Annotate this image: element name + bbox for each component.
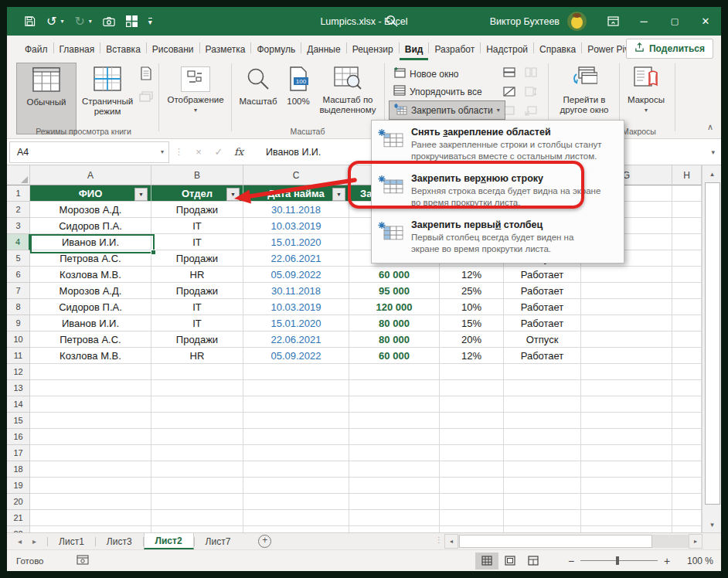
row-header-12[interactable]: 12 xyxy=(7,364,30,380)
cell-D6[interactable]: 60 000 xyxy=(349,267,440,283)
cell-B7[interactable]: Продажи xyxy=(151,283,243,299)
cell-G14[interactable] xyxy=(581,396,672,413)
row-header-10[interactable]: 10 xyxy=(7,332,30,348)
cell-F7[interactable]: Работает xyxy=(504,283,581,299)
normal-view-status-button[interactable] xyxy=(475,552,498,570)
collapse-ribbon-icon[interactable]: ∧ xyxy=(707,122,713,132)
cell-B8[interactable]: IT xyxy=(151,299,243,315)
cell-A16[interactable] xyxy=(30,429,151,445)
cell-B20[interactable] xyxy=(151,494,243,510)
cell-E16[interactable] xyxy=(440,429,504,445)
cell-H22[interactable] xyxy=(672,526,702,532)
cell-B16[interactable] xyxy=(151,429,243,445)
cell-H18[interactable] xyxy=(672,461,702,478)
cell-B6[interactable]: HR xyxy=(151,267,243,283)
column-header-H[interactable]: H xyxy=(672,165,702,185)
ribbon-tab-6[interactable]: Формуль xyxy=(251,38,301,60)
row-header-11[interactable]: 11 xyxy=(7,348,30,364)
cell-F15[interactable] xyxy=(504,413,581,429)
undo-dropdown-icon[interactable]: ▾ xyxy=(60,18,63,25)
cell-E18[interactable] xyxy=(440,461,504,478)
cell-C22[interactable] xyxy=(243,526,349,532)
page-layout-icon[interactable] xyxy=(138,66,154,80)
ribbon-tab-12[interactable]: Справка xyxy=(534,38,581,60)
zoom-level[interactable]: 100 % xyxy=(679,556,713,566)
cell-C15[interactable] xyxy=(243,413,349,429)
sheet-tab-Лист2[interactable]: Лист2 xyxy=(144,533,194,549)
cell-H10[interactable] xyxy=(672,332,702,348)
cell-G9[interactable] xyxy=(581,315,672,332)
cell-E21[interactable] xyxy=(440,510,504,526)
formula-bar-value[interactable]: Иванов И.И. xyxy=(266,147,321,158)
cell-B19[interactable] xyxy=(151,478,243,494)
row-header-4[interactable]: 4 xyxy=(7,234,30,250)
scroll-up-icon[interactable]: ▴ xyxy=(702,165,722,182)
cell-B11[interactable]: HR xyxy=(151,348,243,364)
cell-A22[interactable] xyxy=(30,526,151,532)
cell-F16[interactable] xyxy=(504,429,581,445)
cell-H13[interactable] xyxy=(672,380,702,396)
cell-A10[interactable]: Петрова А.С. xyxy=(30,332,151,348)
cell-F11[interactable]: Работает xyxy=(504,348,581,364)
row-header-6[interactable]: 6 xyxy=(7,267,30,283)
cell-F21[interactable] xyxy=(504,510,581,526)
page-layout-status-button[interactable] xyxy=(498,552,522,570)
customize-qat-icon[interactable]: ▾ xyxy=(148,18,152,26)
cell-C21[interactable] xyxy=(243,510,349,526)
new-sheet-button[interactable]: + xyxy=(258,535,271,548)
cell-A8[interactable]: Сидоров П.А. xyxy=(30,299,151,315)
menu-item-1[interactable]: Снять закрепление областейРанее закрепле… xyxy=(372,122,624,168)
cell-G6[interactable] xyxy=(581,267,672,283)
zoom-button[interactable]: Масштаб xyxy=(236,63,281,133)
cell-A18[interactable] xyxy=(30,461,151,478)
zoom-to-selection-button[interactable]: Масштаб по выделенному xyxy=(316,63,379,133)
cell-A14[interactable] xyxy=(30,396,151,413)
row-header-17[interactable]: 17 xyxy=(7,445,30,461)
cell-C6[interactable]: 05.09.2022 xyxy=(243,267,349,283)
row-header-1[interactable]: 1 xyxy=(7,185,30,202)
sheet-nav-left-icon[interactable]: ◂ xyxy=(18,537,22,546)
ribbon-tab-2[interactable]: Главная xyxy=(54,38,100,60)
cell-B10[interactable]: Продажи xyxy=(151,332,243,348)
cell-A5[interactable]: Петрова А.С. xyxy=(30,250,151,267)
row-header-22[interactable]: 22 xyxy=(7,526,30,532)
cell-A9[interactable]: Иванов И.И. xyxy=(30,315,151,332)
cell-A6[interactable]: Козлова М.В. xyxy=(30,267,151,283)
cell-E15[interactable] xyxy=(440,413,504,429)
cell-B22[interactable] xyxy=(151,526,243,532)
cell-H17[interactable] xyxy=(672,445,702,461)
accessibility-icon[interactable] xyxy=(77,555,89,566)
cell-H4[interactable] xyxy=(672,234,702,250)
page-break-view-button[interactable]: Страничный режим xyxy=(77,63,138,133)
vertical-scrollbar[interactable]: ▴ ▾ xyxy=(702,165,721,532)
scroll-left-icon[interactable]: ◂ xyxy=(444,534,458,549)
row-header-18[interactable]: 18 xyxy=(7,461,30,478)
ribbon-tab-4[interactable]: Рисовани xyxy=(147,38,199,60)
search-icon[interactable] xyxy=(386,15,398,30)
cell-A1[interactable]: ФИО▼ xyxy=(30,185,151,202)
cell-B14[interactable] xyxy=(151,396,243,413)
cell-F14[interactable] xyxy=(504,396,581,413)
ribbon-tab-10[interactable]: Разработ xyxy=(429,38,480,60)
cell-C17[interactable] xyxy=(243,445,349,461)
page-break-status-button[interactable] xyxy=(522,552,545,570)
insert-function-icon[interactable]: fx xyxy=(229,146,249,158)
cell-D9[interactable]: 80 000 xyxy=(349,315,440,332)
cell-F13[interactable] xyxy=(504,380,581,396)
row-header-3[interactable]: 3 xyxy=(7,218,30,234)
formula-bar-splitter[interactable]: ⋮ xyxy=(175,147,183,157)
cell-F20[interactable] xyxy=(504,494,581,510)
cell-G20[interactable] xyxy=(581,494,672,510)
cell-C3[interactable]: 10.03.2019 xyxy=(243,218,349,234)
cell-C7[interactable]: 30.11.2018 xyxy=(243,283,349,299)
row-header-5[interactable]: 5 xyxy=(7,250,30,267)
cell-C16[interactable] xyxy=(243,429,349,445)
cell-B2[interactable]: Продажи xyxy=(151,202,243,218)
close-button[interactable]: ✕ xyxy=(690,7,721,36)
cell-B9[interactable]: IT xyxy=(151,315,243,332)
cell-A4[interactable]: Иванов И.И. xyxy=(30,234,151,250)
share-button[interactable]: Поделиться xyxy=(626,39,713,59)
cell-H1[interactable] xyxy=(672,185,702,202)
cell-E17[interactable] xyxy=(440,445,504,461)
cell-B4[interactable]: IT xyxy=(151,234,243,250)
